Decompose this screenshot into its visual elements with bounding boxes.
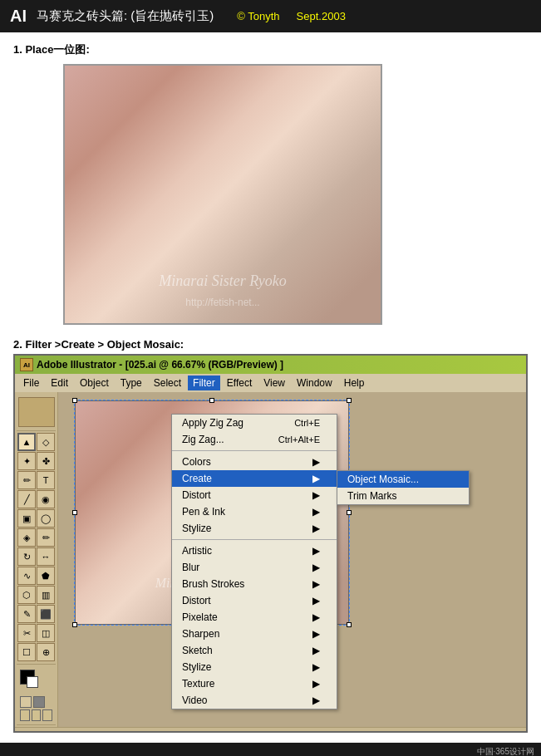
toolbar-row-8: ∿ ⬟ [17, 567, 56, 585]
menu-object[interactable]: Object [75, 376, 114, 390]
filter-artistic[interactable]: Artistic ▶ [172, 542, 337, 559]
toolbar-row-6: ◈ ✏ [17, 528, 56, 547]
tool-scissors[interactable]: ✂ [17, 624, 36, 642]
tool-line[interactable]: ╱ [17, 490, 36, 508]
ai-label: AI [10, 7, 27, 26]
filter-sketch-label: Sketch [182, 645, 213, 656]
filter-pixelate[interactable]: Pixelate ▶ [172, 609, 337, 626]
submenu-trim-marks[interactable]: Trim Marks [337, 488, 469, 504]
mask-mode-btn[interactable] [33, 696, 45, 708]
menu-view[interactable]: View [258, 376, 290, 390]
toolbar-row-1: ▲ ◇ [17, 433, 56, 451]
filter-texture-label: Texture [182, 678, 214, 690]
menu-window[interactable]: Window [292, 376, 337, 390]
toolbar-row-3: ✏ T [17, 471, 56, 489]
filter-blur[interactable]: Blur ▶ [172, 559, 337, 576]
separator-1 [172, 450, 337, 451]
tool-free-transform[interactable]: ⬟ [37, 567, 55, 585]
tool-select[interactable]: ▲ [17, 433, 36, 451]
filter-video[interactable]: Video ▶ [172, 692, 337, 709]
tool-blend[interactable]: ⬡ [17, 586, 36, 604]
tool-pencil[interactable]: ✏ [37, 528, 55, 547]
screen-btn-2[interactable] [32, 709, 42, 721]
tool-rect[interactable]: ▣ [17, 509, 36, 528]
tool-chart[interactable]: ▥ [37, 586, 55, 604]
ai-titlebar: AI Adobe Illustrator - [025.ai @ 66.67% … [15, 356, 526, 374]
filter-pixelate-arrow: ▶ [312, 611, 320, 623]
submenu-object-mosaic[interactable]: Object Mosaic... [337, 471, 469, 488]
filter-texture[interactable]: Texture ▶ [172, 675, 337, 692]
tool-ellipse[interactable]: ◯ [37, 509, 55, 528]
filter-apply-zigzag[interactable]: Apply Zig Zag Ctrl+E [172, 415, 337, 431]
filter-colors-label: Colors [182, 456, 211, 468]
tool-magic-wand[interactable]: ✤ [37, 452, 55, 470]
filter-stylize2-label: Stylize [182, 661, 211, 673]
filter-colors[interactable]: Colors ▶ [172, 454, 337, 470]
menu-select[interactable]: Select [149, 376, 186, 390]
tool-warp[interactable]: ∿ [17, 567, 36, 585]
ai-window: AI Adobe Illustrator - [025.ai @ 66.67% … [13, 354, 528, 733]
filter-brush-strokes-label: Brush Strokes [182, 578, 244, 590]
tool-lasso[interactable]: ✦ [17, 452, 36, 470]
filter-create[interactable]: Create ▶ Object Mosaic... Trim Marks [172, 470, 337, 487]
tool-zoom[interactable]: ⊕ [37, 643, 55, 661]
filter-stylize[interactable]: Stylize ▶ [172, 520, 337, 537]
filter-stylize-arrow: ▶ [312, 523, 320, 534]
filter-sketch[interactable]: Sketch ▶ [172, 642, 337, 659]
filter-pen-ink-arrow: ▶ [312, 506, 320, 518]
bottom-watermark: 中国·365设计网 www.cn365desi9n.com [450, 746, 534, 756]
filter-distort[interactable]: Distort ▶ [172, 487, 337, 503]
toolbar-section-2: ▲ ◇ ✦ ✤ ✏ T ╱ ◉ [17, 431, 56, 665]
filter-sharpen-arrow: ▶ [312, 628, 320, 640]
filter-video-label: Video [182, 695, 207, 706]
filter-pixelate-label: Pixelate [182, 611, 218, 623]
filter-sharpen[interactable]: Sharpen ▶ [172, 626, 337, 642]
filter-dropdown-menu: Apply Zig Zag Ctrl+E Zig Zag... Ctrl+Alt… [171, 414, 337, 709]
filter-zigzag-label: Zig Zag... [182, 434, 224, 445]
ai-toolbar: ▲ ◇ ✦ ✤ ✏ T ╱ ◉ [15, 392, 58, 727]
toolbar-row-4: ╱ ◉ [17, 490, 56, 508]
tool-hand[interactable]: ☐ [17, 643, 36, 661]
filter-distort2[interactable]: Distort ▶ [172, 592, 337, 609]
tool-scale[interactable]: ↔ [37, 547, 55, 566]
screen-btn-3[interactable] [42, 709, 52, 721]
separator-2 [172, 539, 337, 540]
filter-blur-label: Blur [182, 562, 199, 573]
menu-help[interactable]: Help [339, 376, 370, 390]
tool-type[interactable]: T [37, 471, 55, 489]
ai-app-icon: AI [20, 358, 33, 371]
toolbar-row-7: ↻ ↔ [17, 547, 56, 566]
filter-artistic-label: Artistic [182, 545, 212, 557]
tool-eraser[interactable]: ◫ [37, 624, 55, 642]
menu-edit[interactable]: Edit [46, 376, 73, 390]
watermark-line1: 中国·365设计网 [450, 746, 534, 756]
screen-btn-1[interactable] [20, 709, 30, 721]
menu-type[interactable]: Type [116, 376, 147, 390]
normal-mode-btn[interactable] [20, 696, 32, 708]
step2-label: 2. Filter >Create > Object Mosaic: [13, 338, 528, 351]
bottom-bar: 中国·365设计网 www.cn365desi9n.com [0, 743, 541, 756]
toolbar-row-10: ✎ ⬛ [17, 605, 56, 623]
ai-window-title: Adobe Illustrator - [025.ai @ 66.67% (RG… [37, 359, 283, 371]
step1-photo: Minarai Sister Ryoko http://fetish-net..… [65, 66, 381, 323]
filter-brush-strokes[interactable]: Brush Strokes ▶ [172, 576, 337, 592]
menu-filter[interactable]: Filter [188, 376, 220, 390]
ai-body: ▲ ◇ ✦ ✤ ✏ T ╱ ◉ [15, 392, 526, 727]
filter-create-label: Create [182, 473, 212, 484]
tool-rotate[interactable]: ↻ [17, 547, 36, 566]
toolbar-row-12: ☐ ⊕ [17, 643, 56, 661]
tool-eyedropper[interactable]: ✎ [17, 605, 36, 623]
tool-paintbrush[interactable]: ◈ [17, 528, 36, 547]
filter-stylize2[interactable]: Stylize ▶ [172, 659, 337, 675]
filter-pen-ink[interactable]: Pen & Ink ▶ [172, 503, 337, 520]
background-color[interactable] [27, 676, 38, 688]
filter-distort2-arrow: ▶ [312, 595, 320, 606]
menu-effect[interactable]: Effect [222, 376, 257, 390]
copyright-label: © Tonyth [237, 10, 279, 22]
filter-zigzag[interactable]: Zig Zag... Ctrl+Alt+E [172, 431, 337, 448]
tool-arc[interactable]: ◉ [37, 490, 55, 508]
menu-file[interactable]: File [18, 376, 44, 390]
tool-pen[interactable]: ✏ [17, 471, 36, 489]
tool-paint-bucket[interactable]: ⬛ [37, 605, 55, 623]
tool-direct-select[interactable]: ◇ [37, 433, 55, 451]
